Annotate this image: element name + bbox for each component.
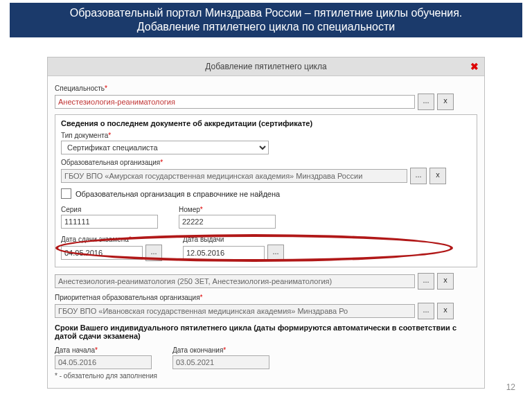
modal-title: Добавление пятилетнего цикла — [205, 62, 326, 71]
series-input[interactable] — [61, 215, 158, 229]
page-number: 12 — [506, 382, 515, 392]
start-date-input — [55, 355, 152, 369]
exam-date-pick-button[interactable]: ... — [145, 245, 162, 261]
priority-org-input[interactable] — [55, 304, 415, 318]
slide-title-line2: Добавление пятилетнего цикла по специаль… — [17, 21, 515, 33]
close-icon[interactable]: ✖ — [470, 61, 479, 72]
specialty-pick-button[interactable]: ... — [418, 94, 434, 110]
number-input[interactable] — [179, 215, 276, 229]
program-clear-button[interactable]: x — [437, 273, 454, 290]
doc-type-label: Тип документа* — [61, 132, 471, 139]
cycle-dates-title: Сроки Вашего индивидуального пятилетнего… — [55, 323, 477, 340]
edu-org-input[interactable] — [61, 169, 407, 183]
start-date-label: Дата начала* — [55, 346, 152, 354]
issue-date-label: Дата выдачи — [183, 236, 284, 243]
doc-type-select[interactable]: Сертификат специалиста — [61, 141, 269, 154]
required-footnote: * - обязательно для заполнения — [55, 372, 477, 380]
series-label: Серия — [61, 206, 158, 213]
issue-date-pick-button[interactable]: ... — [267, 245, 284, 261]
priority-org-label: Приоритетная образовательная организация… — [55, 294, 477, 301]
accreditation-section: Сведения о последнем документе об аккред… — [55, 114, 477, 267]
priority-org-pick-button[interactable]: ... — [418, 303, 434, 319]
edu-org-pick-button[interactable]: ... — [410, 168, 427, 184]
program-input[interactable] — [55, 274, 415, 288]
program-pick-button[interactable]: ... — [418, 273, 434, 290]
exam-date-label: Дата сдачи экзамена* — [61, 236, 162, 243]
number-label: Номер* — [179, 206, 276, 213]
slide-header: Образовательный портал Минздрава России … — [10, 3, 522, 37]
end-date-label: Дата окончания* — [172, 346, 269, 354]
accreditation-section-title: Сведения о последнем документе об аккред… — [61, 119, 471, 127]
specialty-clear-button[interactable]: x — [437, 94, 454, 110]
exam-date-input[interactable] — [61, 246, 143, 260]
specialty-input[interactable] — [55, 95, 415, 109]
edu-org-clear-button[interactable]: x — [429, 168, 446, 184]
edu-org-label: Образовательная организация* — [61, 159, 471, 166]
specialty-label: Специальность* — [55, 85, 477, 92]
priority-org-clear-button[interactable]: x — [437, 303, 454, 319]
end-date-input — [172, 355, 269, 369]
issue-date-input[interactable] — [183, 246, 265, 260]
org-not-found-label: Образовательная организация в справочник… — [76, 190, 280, 198]
modal-title-bar: Добавление пятилетнего цикла ✖ — [48, 57, 484, 76]
slide-title-line1: Образовательный портал Минздрава России … — [17, 7, 515, 19]
org-not-found-checkbox[interactable] — [61, 188, 71, 199]
add-cycle-modal: Добавление пятилетнего цикла ✖ Специальн… — [47, 57, 485, 389]
